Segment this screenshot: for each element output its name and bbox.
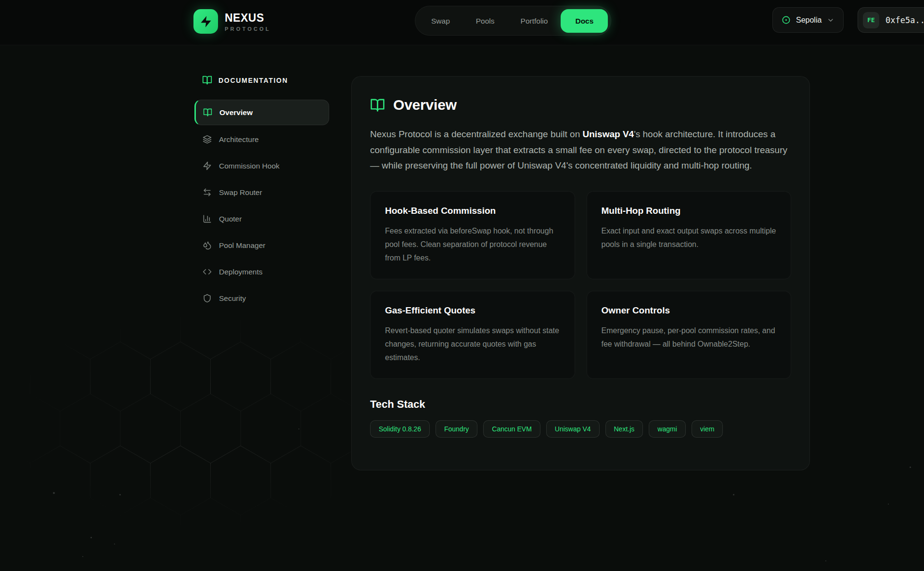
nav-tab-docs[interactable]: Docs [561,9,608,33]
card-body: Revert-based quoter simulates swaps with… [385,324,560,364]
sidebar-item-label: Quoter [219,215,242,223]
brand-text: NEXUS PROTOCOL [225,12,271,32]
star-dot [888,504,889,505]
sidebar-item-architecture[interactable]: Architecture [194,126,329,153]
docs-sidebar: DOCUMENTATION Overview Architecture Comm… [194,75,329,311]
card-title: Hook-Based Commission [385,206,560,216]
tech-badge-foundry: Foundry [436,420,477,438]
tech-badge-viem: viem [692,420,723,438]
tech-badge-solidity: Solidity 0.8.26 [370,420,430,438]
sidebar-item-security[interactable]: Security [194,285,329,311]
brand-subtitle: PROTOCOL [225,26,271,32]
wallet-avatar-badge: FE [863,12,879,28]
network-selector[interactable]: Sepolia [772,7,844,33]
card-body: Exact input and exact output swaps acros… [602,224,777,251]
nav-tab-portfolio[interactable]: Portfolio [508,9,561,33]
star-dot [90,537,92,538]
nav-tab-swap[interactable]: Swap [418,9,463,33]
main-nav: Swap Pools Portfolio Docs [415,6,611,36]
code-icon [203,267,212,276]
star-dot [53,492,55,494]
sidebar-item-swap-router[interactable]: Swap Router [194,179,329,206]
intro-text: Nexus Protocol is a decentralized exchan… [370,129,582,139]
bar-chart-icon [203,214,212,223]
card-body: Fees extracted via beforeSwap hook, not … [385,224,560,265]
layers-icon [203,135,212,144]
droplets-icon [203,241,212,250]
page-title: Overview [393,97,457,113]
chevron-down-icon [827,16,834,24]
swap-arrows-icon [203,188,212,197]
sidebar-header: DOCUMENTATION [194,75,329,85]
star-dot [114,544,115,545]
page-heading: Overview [370,97,791,113]
feature-card-hook-based-commission: Hook-Based Commission Fees extracted via… [370,191,575,279]
sidebar-item-label: Swap Router [219,188,262,197]
intro-bold-text: Uniswap V4 [582,129,634,139]
feature-card-multi-hop-routing: Multi-Hop Routing Exact input and exact … [587,191,792,279]
wallet-address: 0xfe5a... [886,15,924,25]
logo-lightning-icon [193,9,218,34]
book-open-icon [202,75,212,85]
shield-icon [203,294,212,303]
sidebar-item-pool-manager[interactable]: Pool Manager [194,232,329,259]
nav-tab-pools[interactable]: Pools [463,9,508,33]
card-title: Gas-Efficient Quotes [385,305,560,316]
star-dot [825,560,826,561]
sidebar-item-label: Commission Hook [219,162,280,170]
brand-name: NEXUS [225,12,271,25]
feature-cards-grid: Hook-Based Commission Fees extracted via… [370,191,791,379]
tech-badge-uniswap-v4: Uniswap V4 [546,420,600,438]
feature-card-gas-efficient-quotes: Gas-Efficient Quotes Revert-based quoter… [370,291,575,379]
sidebar-item-label: Overview [219,108,253,117]
sidebar-item-deployments[interactable]: Deployments [194,259,329,285]
tech-badge-wagmi: wagmi [649,420,685,438]
star-dot [119,494,121,495]
sidebar-title: DOCUMENTATION [218,77,288,84]
brand[interactable]: NEXUS PROTOCOL [193,9,271,34]
network-status-icon [782,15,791,25]
docs-content-panel: Overview Nexus Protocol is a decentraliz… [351,76,810,470]
card-title: Multi-Hop Routing [602,206,777,216]
wallet-button[interactable]: FE 0xfe5a... [858,7,924,33]
tech-badge-nextjs: Next.js [605,420,643,438]
intro-paragraph: Nexus Protocol is a decentralized exchan… [370,127,791,174]
star-dot [82,556,83,557]
book-open-icon [370,98,385,113]
zap-icon [203,161,212,170]
card-title: Owner Controls [602,305,777,316]
tech-stack-title: Tech Stack [370,398,791,411]
star-dot [733,494,734,495]
sidebar-item-label: Deployments [219,268,262,276]
tech-stack-badges: Solidity 0.8.26 Foundry Cancun EVM Unisw… [370,420,791,438]
top-navigation-bar: NEXUS PROTOCOL Swap Pools Portfolio Docs… [0,0,924,45]
network-label: Sepolia [796,16,821,25]
star-dot [298,428,299,429]
feature-card-owner-controls: Owner Controls Emergency pause, per-pool… [587,291,792,379]
card-body: Emergency pause, per-pool commission rat… [602,324,777,351]
sidebar-item-label: Security [219,294,246,303]
star-dot [910,467,911,468]
sidebar-item-label: Pool Manager [219,241,266,250]
sidebar-item-commission-hook[interactable]: Commission Hook [194,153,329,179]
book-open-icon [203,108,212,117]
sidebar-item-overview[interactable]: Overview [194,100,329,125]
sidebar-item-quoter[interactable]: Quoter [194,206,329,232]
sidebar-item-label: Architecture [219,135,259,144]
tech-badge-cancun-evm: Cancun EVM [483,420,540,438]
